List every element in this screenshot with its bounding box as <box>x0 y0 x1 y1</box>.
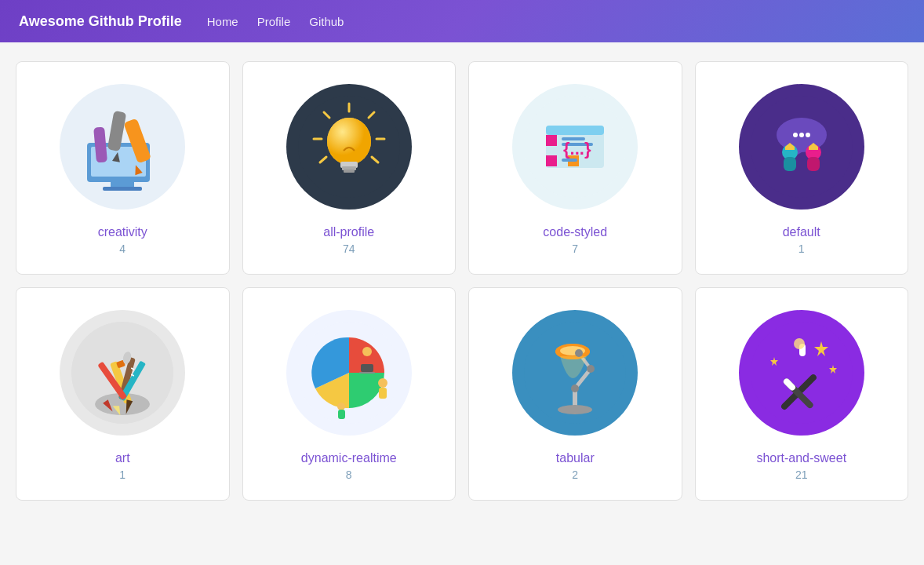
category-card-all-profile[interactable]: all-profile 74 <box>242 61 457 275</box>
svg-point-77 <box>587 365 595 373</box>
category-count-creativity: 4 <box>119 242 126 255</box>
nav-home[interactable]: Home <box>207 15 238 28</box>
category-icon-short-and-sweet <box>739 310 864 436</box>
svg-rect-41 <box>809 147 818 150</box>
category-count-art: 1 <box>119 468 126 481</box>
svg-rect-65 <box>379 388 387 399</box>
nav-links: Home Profile Github <box>207 15 344 28</box>
category-card-dynamic-realtime[interactable]: dynamic-realtime 8 <box>242 287 457 501</box>
category-label-art: art <box>115 451 130 465</box>
category-label-code-styled: code-styled <box>543 225 607 239</box>
category-count-tabular: 2 <box>572 468 578 481</box>
category-label-tabular: tabular <box>556 451 595 465</box>
svg-rect-62 <box>361 364 373 372</box>
category-label-all-profile: all-profile <box>323 225 374 239</box>
category-card-tabular[interactable]: tabular 2 <box>468 287 682 501</box>
svg-rect-67 <box>338 410 345 419</box>
category-count-default: 1 <box>798 242 805 255</box>
category-icon-dynamic-realtime <box>286 310 412 436</box>
category-label-dynamic-realtime: dynamic-realtime <box>301 451 397 465</box>
svg-point-76 <box>571 385 579 392</box>
nav-github[interactable]: Github <box>309 15 344 28</box>
category-label-creativity: creativity <box>98 225 147 239</box>
svg-rect-3 <box>103 187 142 191</box>
category-card-creativity[interactable]: creativity 4 <box>16 61 230 275</box>
category-card-short-and-sweet[interactable]: short-and-sweet 21 <box>695 287 909 501</box>
category-count-code-styled: 7 <box>572 242 578 255</box>
svg-point-72 <box>558 405 592 414</box>
svg-rect-26 <box>546 155 557 166</box>
main-nav: Awesome Github Profile Home Profile Gith… <box>0 0 924 42</box>
svg-rect-40 <box>807 157 820 171</box>
svg-point-44 <box>799 133 804 137</box>
category-icon-creativity <box>60 84 185 210</box>
category-card-code-styled[interactable]: {...} code-styled 7 <box>468 61 682 275</box>
categories-grid: creativity 4 <box>16 61 908 501</box>
svg-point-79 <box>751 322 853 424</box>
category-count-all-profile: 74 <box>343 242 355 255</box>
svg-point-66 <box>337 403 345 410</box>
category-card-default[interactable]: default 1 <box>695 61 909 275</box>
category-label-default: default <box>783 225 820 239</box>
category-icon-tabular <box>512 310 638 436</box>
svg-point-78 <box>575 349 583 357</box>
svg-rect-25 <box>546 135 557 146</box>
svg-text:{...}: {...} <box>563 139 591 159</box>
category-icon-code-styled: {...} <box>512 84 638 210</box>
category-icon-art <box>60 310 185 436</box>
svg-rect-36 <box>784 157 796 171</box>
nav-brand: Awesome Github Profile <box>19 13 182 30</box>
category-icon-all-profile <box>286 84 412 210</box>
svg-point-64 <box>378 378 387 388</box>
svg-rect-30 <box>562 159 577 162</box>
svg-point-45 <box>806 133 810 137</box>
svg-point-60 <box>362 347 372 356</box>
category-icon-default <box>739 84 864 210</box>
svg-rect-24 <box>546 126 604 135</box>
category-count-short-and-sweet: 21 <box>795 468 808 481</box>
svg-point-43 <box>793 133 798 137</box>
category-label-short-and-sweet: short-and-sweet <box>756 451 846 465</box>
nav-profile[interactable]: Profile <box>257 15 291 28</box>
main-content: creativity 4 <box>0 42 924 519</box>
svg-point-85 <box>794 338 805 349</box>
svg-point-11 <box>327 118 371 165</box>
svg-rect-37 <box>785 147 795 150</box>
category-count-dynamic-realtime: 8 <box>346 468 352 481</box>
svg-rect-14 <box>344 170 355 173</box>
svg-rect-63 <box>359 372 375 374</box>
category-card-art[interactable]: art 1 <box>16 287 230 501</box>
